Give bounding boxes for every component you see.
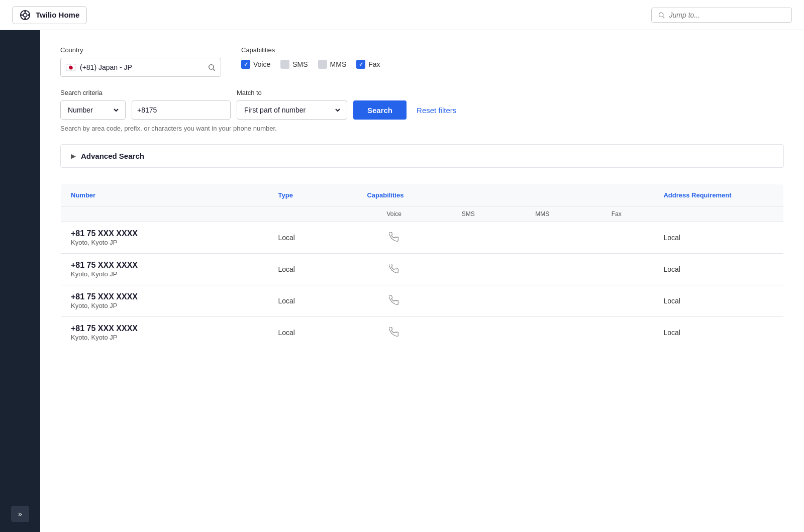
sms-label: SMS: [292, 60, 308, 68]
country-label: Country: [60, 46, 221, 54]
cell-number: +81 75 XXX XXXX Kyoto, Kyoto JP: [61, 285, 268, 317]
cell-type: Local: [268, 317, 357, 349]
twilio-logo-icon: [20, 10, 31, 21]
criteria-select[interactable]: Number Location: [66, 105, 120, 115]
nav-logo[interactable]: Twilio Home: [12, 6, 87, 24]
country-flag: 🇯🇵: [66, 63, 76, 72]
match-select[interactable]: First part of number Any part of number …: [242, 105, 342, 115]
cell-type: Local: [268, 285, 357, 317]
th-mms-sub: MMS: [505, 206, 579, 222]
criteria-value-input[interactable]: [132, 100, 231, 120]
criteria-select-wrap[interactable]: Number Location: [60, 100, 126, 120]
match-to-group: Match to First part of number Any part o…: [237, 89, 347, 120]
voice-label: Voice: [253, 60, 270, 68]
country-capabilities-row: Country 🇯🇵 (+81) Japan - JP Capabilities…: [60, 46, 784, 77]
country-filter-group: Country 🇯🇵 (+81) Japan - JP: [60, 46, 221, 77]
th-fax-sub: Fax: [579, 206, 653, 222]
cell-address: Local: [653, 285, 783, 317]
results-table: Number Type Capabilities Address Require…: [60, 184, 784, 349]
table-row[interactable]: +81 75 XXX XXXX Kyoto, Kyoto JP Local Lo…: [61, 222, 784, 254]
advanced-search-section[interactable]: ▶ Advanced Search: [60, 144, 784, 168]
cell-voice: [357, 222, 431, 254]
table-row[interactable]: +81 75 XXX XXXX Kyoto, Kyoto JP Local Lo…: [61, 317, 784, 349]
table-row[interactable]: +81 75 XXX XXXX Kyoto, Kyoto JP Local Lo…: [61, 254, 784, 285]
cell-fax: [579, 222, 653, 254]
fax-label: Fax: [368, 60, 380, 68]
fax-checkbox[interactable]: [356, 60, 365, 69]
cell-type: Local: [268, 254, 357, 285]
svg-line-7: [663, 16, 664, 18]
svg-point-1: [23, 13, 27, 17]
table-subheader-row: Voice SMS MMS Fax: [61, 206, 784, 222]
svg-point-4: [22, 15, 23, 16]
sidebar: »: [0, 30, 40, 532]
capability-voice[interactable]: Voice: [241, 60, 270, 69]
table-row[interactable]: +81 75 XXX XXXX Kyoto, Kyoto JP Local Lo…: [61, 285, 784, 317]
svg-point-5: [28, 15, 29, 16]
chevron-right-icon: ▶: [71, 152, 76, 160]
advanced-search-label: Advanced Search: [81, 152, 144, 160]
results-tbody: +81 75 XXX XXXX Kyoto, Kyoto JP Local Lo…: [61, 222, 784, 349]
criteria-value-group: [132, 89, 231, 120]
sidebar-expand-button[interactable]: »: [11, 506, 29, 522]
search-criteria-label: Search criteria: [60, 89, 126, 96]
match-select-wrap[interactable]: First part of number Any part of number …: [237, 100, 347, 120]
nav-search-icon: [658, 11, 665, 19]
cell-address: Local: [653, 254, 783, 285]
country-input[interactable]: 🇯🇵 (+81) Japan - JP: [60, 58, 221, 77]
capability-mms[interactable]: MMS: [318, 60, 347, 69]
voice-checkbox[interactable]: [241, 60, 250, 69]
capabilities-filter-group: Capabilities Voice SMS MMS: [241, 46, 380, 69]
capability-fax[interactable]: Fax: [356, 60, 380, 69]
th-voice-sub: Voice: [357, 206, 431, 222]
country-search-icon[interactable]: [208, 63, 216, 71]
criteria-value-label: [132, 89, 231, 96]
table-header-row: Number Type Capabilities Address Require…: [61, 184, 784, 206]
cell-number: +81 75 XXX XXXX Kyoto, Kyoto JP: [61, 222, 268, 254]
capabilities-label: Capabilities: [241, 46, 380, 54]
top-nav: Twilio Home: [0, 0, 804, 30]
search-button[interactable]: Search: [353, 100, 407, 120]
phone-icon: [389, 232, 399, 242]
th-type: Type: [268, 184, 357, 206]
cell-sms: [431, 254, 505, 285]
page-layout: » Country 🇯🇵 (+81) Japan - JP Capabiliti…: [0, 30, 804, 532]
svg-point-6: [659, 13, 663, 17]
th-sms-sub: SMS: [431, 206, 505, 222]
th-address: Address Requirement: [653, 184, 783, 206]
cell-fax: [579, 317, 653, 349]
cell-address: Local: [653, 222, 783, 254]
country-value: (+81) Japan - JP: [80, 63, 204, 71]
cell-mms: [505, 222, 579, 254]
svg-line-9: [213, 69, 215, 71]
cell-sms: [431, 317, 505, 349]
capability-sms[interactable]: SMS: [280, 60, 308, 69]
reset-filters-button[interactable]: Reset filters: [413, 100, 460, 120]
svg-point-8: [209, 65, 214, 69]
cell-mms: [505, 285, 579, 317]
cell-type: Local: [268, 222, 357, 254]
cell-fax: [579, 285, 653, 317]
sms-checkbox[interactable]: [280, 60, 289, 69]
mms-label: MMS: [330, 60, 347, 68]
cell-mms: [505, 317, 579, 349]
cell-address: Local: [653, 317, 783, 349]
cell-voice: [357, 254, 431, 285]
nav-search-box[interactable]: [651, 8, 792, 23]
nav-search-input[interactable]: [669, 11, 785, 19]
cell-number: +81 75 XXX XXXX Kyoto, Kyoto JP: [61, 317, 268, 349]
search-hint: Search by area code, prefix, or characte…: [60, 125, 784, 132]
mms-checkbox[interactable]: [318, 60, 327, 69]
svg-point-3: [25, 18, 26, 19]
cell-number: +81 75 XXX XXXX Kyoto, Kyoto JP: [61, 254, 268, 285]
search-criteria-row: Search criteria Number Location Match to…: [60, 89, 784, 120]
cell-sms: [431, 222, 505, 254]
cell-sms: [431, 285, 505, 317]
svg-point-2: [25, 11, 26, 12]
th-capabilities: Capabilities: [357, 184, 653, 206]
phone-icon: [389, 264, 399, 274]
criteria-group: Search criteria Number Location: [60, 89, 126, 120]
capabilities-row: Voice SMS MMS Fax: [241, 60, 380, 69]
match-to-label: Match to: [237, 89, 347, 96]
main-content: Country 🇯🇵 (+81) Japan - JP Capabilities…: [40, 30, 804, 532]
